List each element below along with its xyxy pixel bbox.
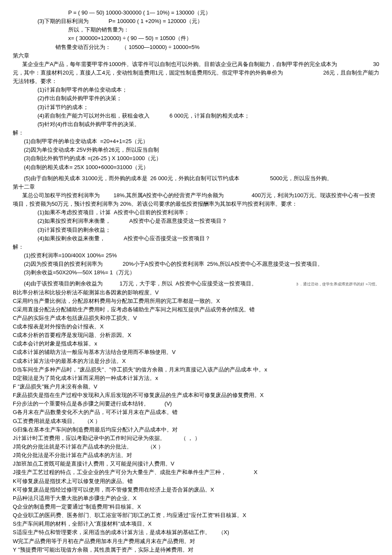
number-30: 30 — [356, 60, 379, 69]
statement-line: C成本会计的对象是指成本核算。x — [13, 339, 379, 348]
statement-line: P品种法只适用于大量大批的单步骤生产的企业。X — [13, 494, 379, 503]
statement-line: G各月末在产品数量变化不大的产品，可不计算月末在产品成本。错 — [13, 408, 379, 417]
solution-label: 解： — [13, 243, 379, 251]
statement-line: F分步法的一个重要特点是各步骤之间要进行成本结转。 (V) — [13, 400, 379, 408]
calc-line: x= ( 300000+120000) ÷ ( 90 — 50) = 10500… — [13, 34, 379, 43]
calc-line: 销售量变动百分比为： （ 10500—10000) ÷ 10000=5% — [13, 43, 379, 52]
list-item: (1)如果不考虑投资项目，计算 A投资中心目前的投资利润率； — [13, 208, 379, 217]
paragraph-line: 某总公司加权平均投资利润率为 18%,其所属A投资中心的经营资产平均余额为 40… — [13, 191, 379, 200]
statement-line: K可修复废品是指技术上可以修复使用的废品。错 — [13, 477, 379, 486]
list-item: (2)作出自制或外购甲零件的决策； — [13, 94, 379, 103]
list-item: (5)针对(4)作出自制或外购甲零件的决策。 — [13, 120, 379, 129]
text: 某企业生产A产品，每年需要甲零件1000件。该零件可以自制也可以外购。目前该企业… — [13, 60, 356, 69]
statement-line: D当车间生产多种产品时，"废品损失"、"停工损失"的借方余额，月末均直接记入该产… — [13, 365, 379, 374]
number-26: 26元，且自制生产能力 — [298, 69, 379, 77]
statement-line: J加班加点工资既可能是直接计人费用，又可能是间接计人费用。V — [13, 460, 379, 468]
list-item: (1)计算自制甲零件的单位变动成本； — [13, 86, 379, 94]
footnote-text: 3 ．通过活动，使学生养成博览群书的好 »习惯。 — [257, 282, 379, 288]
paragraph-line: 无法转移。要求： — [13, 77, 379, 86]
statement-line: Q企业职工的医药费、医务部门、职工浴室等部门职工的工资，均应通过"应付工资"科目… — [13, 511, 379, 520]
statement-line: C成本计算方法中的最基本的方法是分步法。X — [13, 357, 379, 365]
calc-line: (3)下期的目标利润为 P= 100000 ( 1 +20%) = 120000… — [13, 17, 379, 26]
statement-line: W完工产品费用等于月初在产品费用加本月生产费用减月末在产品费用。对 — [13, 537, 379, 546]
statement-line: D定额法是为了简化成本计算而采用的一种成本计算方法。x — [13, 374, 379, 382]
statement-line: C产品的实际生产成本包括废品损失和停工损失。V — [13, 314, 379, 322]
list-item: (3)计算节约的成本； — [13, 103, 379, 112]
list-item: (4)如果按剩余收益来衡量， A投资中心应否接受这一投资项目？ — [13, 234, 379, 243]
solution-with-footnote: (4)由于该投资项目的剩余收益为 1万元，大于零，所以 A投资中心应接受这一投资… — [13, 279, 379, 288]
statement-line: Q企业的制造费用一定要通过"制造费用"科目核算。X — [13, 503, 379, 511]
statement-line: S适应生产特点和管理要求，采用适当的成本计算方法，是成本核算的基础工作。 （X) — [13, 528, 379, 537]
statement-line: J简化分批法是不分批计算在产品成本的方法。对 — [13, 451, 379, 460]
solution-line: (2)因为投资项目的投资利润率为 20%小于A投资中心的投资利润率 25%,所以… — [13, 260, 379, 268]
statement-line: J计算计时工资费用，应以考勤记录中的工作时间记录为依据。 （ ， ） — [13, 434, 379, 443]
solution-label: 解： — [13, 129, 379, 137]
statement-line: C成本分析的首要程序是发现问题、分析原因。X — [13, 331, 379, 339]
statement-line: B比率分析法和比较分析法不能测算出各因素的影响程度。V — [13, 288, 379, 297]
statement-line: J接生产工艺过程的特点，工业企业的生产可分为大量生产、成批生产和单件生产三种， … — [13, 468, 379, 477]
list-item: (2)如果按投资利润率来衡量， A投资中心是否愿意接受这一投资项目？ — [13, 217, 379, 225]
statement-line: F废品损失是指在生产过程中发现和入库后发现的不可修复废品的生产成本和可修复废品的… — [13, 391, 379, 400]
list-item: (3)计算投资项目的剩余收益； — [13, 226, 379, 234]
text: 元，其中：直接材料20元，直接人工4元，变动性制造费用1元，固定性制造费用5元。… — [13, 69, 298, 77]
chapter-heading: 第六章 — [13, 52, 379, 60]
statement-line: G归集在基本生产车间的制造费用最后均应分配计入产品成本中。对 — [13, 426, 379, 434]
solution-line: (3)剩余收益=50X20%—50X 18%= 1（万元） — [13, 268, 379, 277]
solution-line: (3)自制比外购节约的成本 =(26-25 ) X 1000=1000（元） — [13, 154, 379, 163]
calc-line: 所以，下期的销售量为： — [13, 26, 379, 34]
statement-line: F "废品损失"账户月末没有余额。V — [13, 382, 379, 391]
statement-line: C成本计算的辅助方法一般应与基本方法结合使用而不单独使用。V — [13, 348, 379, 357]
solution-line: (4)自制的相关成本= 25X 1000+6000=31000（元） — [13, 163, 379, 172]
paragraph-line: 项目，投资额为50万元，预计投资利润率为 20%。若该公司要求的最低投资报酬率为… — [13, 200, 379, 208]
document-page: P = ( 90 — 50) 10000-300000 ( 1— 10%) = … — [0, 0, 392, 555]
statement-line: C成本报表是对外报告的会计报表。X — [13, 322, 379, 331]
statement-line: C采用约当产量比例法，分配原材料费用与分配加工费用所用的完工率都是一致的。X — [13, 297, 379, 305]
solution-line: (2)因为单位变动成本 25V外购单价26元，所以应当自制 — [13, 146, 379, 154]
statement-line: J简化的分批法就是不计算在产品成本的分批法。 （X ） — [13, 443, 379, 451]
statement-line: K可修复废品是指经过修理可以使用，而不管修复费用在经济上是否合算的废品。X — [13, 486, 379, 494]
statement-line: G工资费用就是成本项目。 （X ） — [13, 417, 379, 426]
statement-line: C采用直接分配法分配辅助生产费用时，应考虑各辅助生产车间之间相互提供产品或劳务的… — [13, 305, 379, 314]
paragraph-line: 元，其中：直接材料20元，直接人工4元，变动性制造费用1元，固定性制造费用5元。… — [13, 69, 379, 77]
statement-line: S生产车间耗用的材料，全部计入"直接材料"成本项目。X — [13, 520, 379, 528]
solution-line: (1)自制甲零件的单位变动成本 =20+4+1=25（元） — [13, 137, 379, 146]
chapter-heading: 第十二章 — [13, 183, 379, 191]
solution-line: (5)由于自制的相关成本 31000元，而外购的成本是 26 000元，外购比自… — [13, 174, 379, 183]
calc-line: P = ( 90 — 50) 10000-300000 ( 1— 10%) = … — [13, 9, 379, 17]
solution-line: (4)由于该投资项目的剩余收益为 1万元，大于零，所以 A投资中心应接受这一投资… — [24, 279, 257, 288]
solution-line: (1)投资利润率=100/400X 100%= 25% — [13, 251, 379, 260]
statement-line: Y "预提费用"可能出现借方余额，其性质属于资产，实际上是待摊费用。对 — [13, 546, 379, 554]
list-item: (4)若自制生产能力可以对外出租，获租金收入 6 000元，计算自制的相关成本； — [13, 112, 379, 120]
paragraph-line: 某企业生产A产品，每年需要甲零件1000件。该零件可以自制也可以外购。目前该企业… — [13, 60, 379, 69]
